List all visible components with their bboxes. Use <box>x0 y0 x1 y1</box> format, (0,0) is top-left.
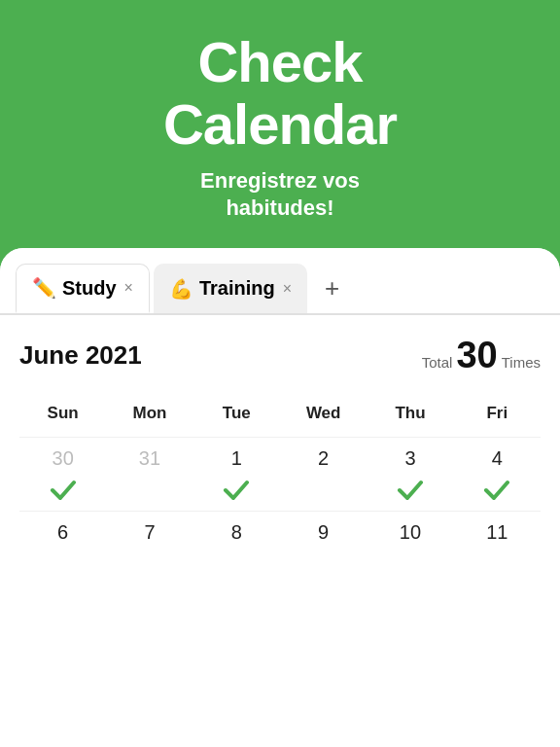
day-number: 9 <box>284 521 363 544</box>
day-cell-4[interactable]: 4 <box>454 438 541 511</box>
day-cell-31[interactable]: 31 <box>106 438 192 511</box>
tab-study[interactable]: ✏️ Study × <box>16 264 150 313</box>
checkmark-4 <box>458 474 537 505</box>
day-number: 1 <box>197 447 276 470</box>
training-emoji: 💪 <box>169 277 193 301</box>
calendar: June 2021 Total 30 Times Sun Mon Tue Wed… <box>0 315 560 565</box>
day-cell-1[interactable]: 1 <box>193 438 280 511</box>
day-number: 3 <box>370 447 449 470</box>
tabs-row: ✏️ Study × 💪 Training × + <box>0 248 560 313</box>
day-header-fri: Fri <box>454 396 541 437</box>
day-number: 6 <box>23 521 102 544</box>
total-times: Times <box>502 354 541 371</box>
month-title: June 2021 <box>19 340 142 371</box>
day-header-mon: Mon <box>106 396 192 437</box>
day-number: 11 <box>458 521 537 544</box>
study-emoji: ✏️ <box>32 276 56 300</box>
main-card: ✏️ Study × 💪 Training × + June 2021 Tota… <box>0 248 560 747</box>
total-number: 30 <box>456 335 497 376</box>
day-number: 31 <box>110 447 189 470</box>
day-cell-3[interactable]: 3 <box>367 438 453 511</box>
total-section: Total 30 Times <box>422 335 541 376</box>
training-close-button[interactable]: × <box>283 280 292 298</box>
day-cell-10[interactable]: 10 <box>367 512 453 550</box>
checkmark-3 <box>370 474 449 505</box>
day-number: 10 <box>370 521 449 544</box>
day-cell-7[interactable]: 7 <box>106 512 192 550</box>
study-close-button[interactable]: × <box>124 279 133 297</box>
day-number: 8 <box>197 521 276 544</box>
day-cell-11[interactable]: 11 <box>454 512 541 550</box>
training-tab-label: Training <box>199 277 275 300</box>
header: Check Calendar Enregistrez vos habitudes… <box>0 0 560 250</box>
day-number: 4 <box>458 447 537 470</box>
app-title: Check Calendar <box>31 31 529 156</box>
day-number: 30 <box>23 447 102 470</box>
day-number: 2 <box>284 447 363 470</box>
total-label: Total <box>422 354 453 371</box>
day-cell-9[interactable]: 9 <box>280 512 367 550</box>
day-cell-2[interactable]: 2 <box>280 438 367 511</box>
study-tab-label: Study <box>62 277 117 300</box>
day-cell-30[interactable]: 30 <box>19 438 106 511</box>
day-header-tue: Tue <box>193 396 280 437</box>
add-tab-button[interactable]: + <box>311 264 353 313</box>
day-header-sun: Sun <box>19 396 106 437</box>
day-header-wed: Wed <box>280 396 367 437</box>
checkmark-1 <box>197 474 276 505</box>
day-number: 7 <box>110 521 189 544</box>
day-cell-6[interactable]: 6 <box>19 512 106 550</box>
day-cell-8[interactable]: 8 <box>193 512 280 550</box>
calendar-header: June 2021 Total 30 Times <box>19 335 541 376</box>
app-subtitle: Enregistrez vos habitudes! <box>31 167 529 223</box>
checkmark-30 <box>23 474 102 505</box>
day-header-thu: Thu <box>367 396 453 437</box>
calendar-grid: Sun Mon Tue Wed Thu Fri 30 31 1 <box>19 396 541 550</box>
tab-training[interactable]: 💪 Training × <box>154 264 307 313</box>
